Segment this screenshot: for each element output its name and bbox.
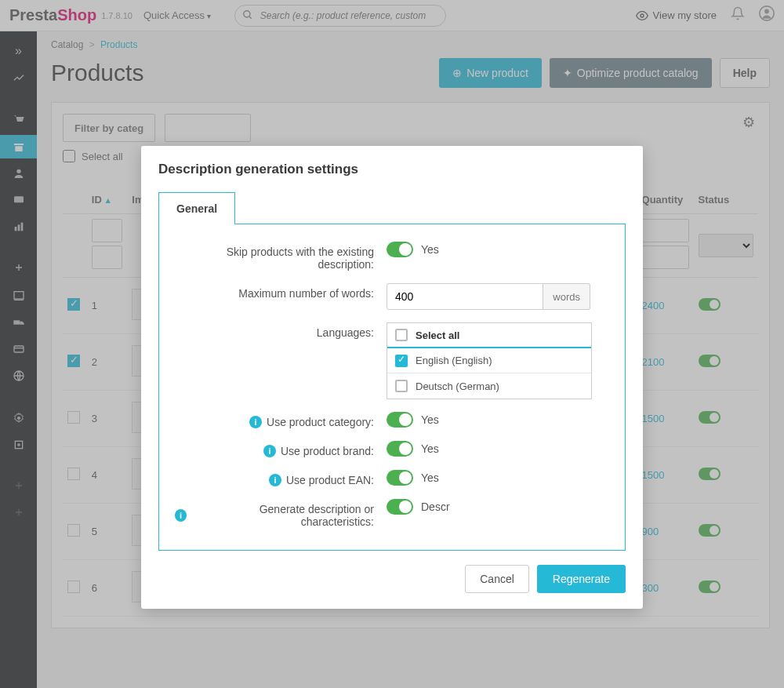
- lang-german-row[interactable]: Deutsch (German): [387, 373, 591, 399]
- use-brand-switch[interactable]: [387, 441, 413, 457]
- modal-overlay: Description generation settings General …: [0, 0, 784, 688]
- lang-german-checkbox[interactable]: [395, 380, 408, 392]
- languages-label: Languages:: [175, 322, 387, 339]
- info-icon[interactable]: i: [269, 474, 281, 486]
- lang-select-all-row[interactable]: Select all: [387, 323, 591, 348]
- use-category-switch[interactable]: [387, 412, 413, 428]
- max-words-label: Maximum number of words:: [175, 283, 387, 300]
- lang-english-checkbox[interactable]: [395, 355, 408, 367]
- skip-existing-label: Skip products with the existing descript…: [175, 242, 387, 271]
- description-settings-modal: Description generation settings General …: [141, 146, 643, 609]
- lang-select-all-checkbox[interactable]: [395, 329, 408, 341]
- tab-content: Skip products with the existing descript…: [158, 224, 626, 551]
- info-icon[interactable]: i: [175, 509, 187, 522]
- max-words-input[interactable]: [387, 283, 543, 310]
- use-ean-switch[interactable]: [387, 470, 413, 486]
- regenerate-button[interactable]: Regenerate: [537, 565, 626, 593]
- use-category-label: iUse product category:: [175, 412, 387, 428]
- languages-list: Select all English (English) Deutsch (Ge…: [387, 322, 592, 399]
- tab-general[interactable]: General: [158, 192, 235, 224]
- generate-desc-label: iGenerate description or characteristics…: [175, 499, 387, 528]
- info-icon[interactable]: i: [249, 416, 262, 428]
- words-addon: words: [543, 283, 590, 310]
- info-icon[interactable]: i: [263, 445, 276, 457]
- use-brand-label: iUse product brand:: [175, 441, 387, 457]
- skip-existing-value: Yes: [421, 243, 439, 256]
- lang-english-row[interactable]: English (English): [387, 348, 591, 373]
- use-ean-label: iUse product EAN:: [175, 470, 387, 486]
- skip-existing-switch[interactable]: [387, 242, 413, 257]
- generate-desc-switch[interactable]: [387, 499, 413, 515]
- modal-title: Description generation settings: [158, 162, 626, 177]
- cancel-button[interactable]: Cancel: [465, 565, 529, 593]
- modal-tabs: General: [158, 191, 626, 224]
